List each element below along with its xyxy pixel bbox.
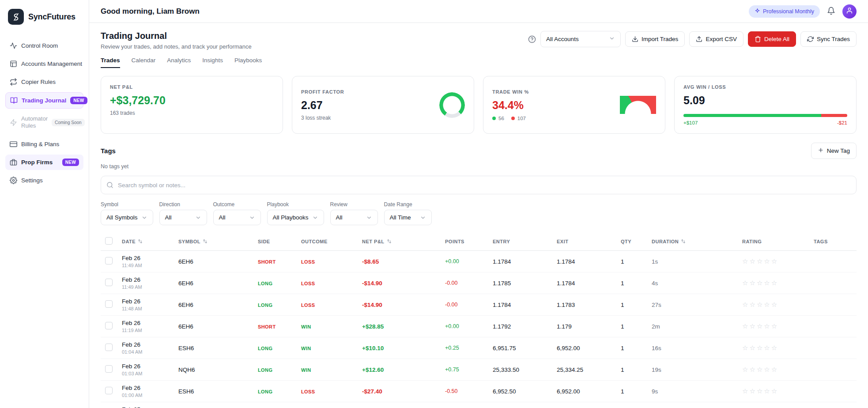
tags-section: Tags New Tag bbox=[101, 143, 857, 159]
plus-icon bbox=[818, 147, 824, 155]
table-row[interactable]: Feb 25 08:17 PM ESH6 LONG LOSS -$27.40 -… bbox=[101, 402, 857, 408]
export-csv-button[interactable]: Export CSV bbox=[689, 31, 743, 47]
sidebar-item-settings[interactable]: Settings bbox=[5, 173, 83, 188]
trade-outcome: LOSS bbox=[301, 259, 315, 264]
filter-playbook: Playbook All Playbooks bbox=[267, 201, 324, 225]
column-header-duration[interactable]: DURATION bbox=[647, 232, 738, 251]
sidebar-item-control-room[interactable]: Control Room bbox=[5, 38, 83, 53]
sidebar-item-trading-journal[interactable]: Trading Journal NEW bbox=[5, 92, 83, 109]
trade-side: LONG bbox=[258, 389, 272, 394]
column-header-qty: QTY bbox=[616, 232, 647, 251]
sparkles-icon bbox=[755, 8, 760, 15]
rating-stars[interactable]: ☆☆☆☆☆ bbox=[738, 316, 809, 337]
row-checkbox[interactable] bbox=[105, 300, 113, 308]
plus-icon bbox=[818, 147, 824, 153]
row-checkbox[interactable] bbox=[105, 279, 113, 286]
avg-loss-label: -$21 bbox=[837, 120, 847, 125]
trade-symbol: NQH6 bbox=[174, 359, 253, 381]
tab-calendar[interactable]: Calendar bbox=[132, 57, 156, 68]
filter-direction-select[interactable]: All bbox=[159, 210, 207, 225]
sidebar-item-billing-plans[interactable]: Billing & Plans bbox=[5, 136, 83, 152]
brand[interactable]: SyncFutures bbox=[8, 9, 81, 25]
trade-entry: 1.1784 bbox=[488, 294, 552, 316]
trade-date: Feb 26 bbox=[122, 363, 170, 370]
column-header-symbol[interactable]: SYMBOL bbox=[174, 232, 253, 251]
filter-playbook-select[interactable]: All Playbooks bbox=[267, 210, 324, 225]
row-checkbox[interactable] bbox=[105, 257, 113, 264]
filter-review-select[interactable]: All bbox=[330, 210, 378, 225]
table-row[interactable]: Feb 26 01:03 AM NQH6 LONG WIN +$12.60 +0… bbox=[101, 359, 857, 381]
filter-date-range-select[interactable]: All Time bbox=[384, 210, 432, 225]
search-icon bbox=[106, 181, 113, 189]
trade-side: SHORT bbox=[258, 259, 276, 264]
column-header-net-p-l[interactable]: NET P&L bbox=[358, 232, 441, 251]
tags-title: Tags bbox=[101, 147, 116, 155]
select-all-checkbox[interactable] bbox=[105, 237, 113, 245]
trade-net-pnl: -$27.40 bbox=[358, 381, 441, 402]
stat-label: TRADE WIN % bbox=[492, 89, 615, 94]
activity-icon bbox=[10, 42, 17, 49]
rating-stars[interactable]: ☆☆☆☆☆ bbox=[738, 251, 809, 272]
sidebar-item-accounts-management[interactable]: Accounts Management bbox=[5, 56, 83, 72]
trade-outcome: LOSS bbox=[301, 281, 315, 286]
row-checkbox[interactable] bbox=[105, 365, 113, 373]
tab-analytics[interactable]: Analytics bbox=[167, 57, 191, 68]
avatar[interactable] bbox=[842, 4, 857, 19]
table-row[interactable]: Feb 26 11:49 AM 6EH6 SHORT LOSS -$8.65 +… bbox=[101, 251, 857, 272]
tab-playbooks[interactable]: Playbooks bbox=[234, 57, 262, 68]
chevron-down-icon bbox=[195, 215, 201, 221]
stat-card-profit-factor: PROFIT FACTOR 2.67 3 loss streak bbox=[292, 76, 474, 134]
journal-icon bbox=[10, 97, 18, 104]
filter-label: Direction bbox=[159, 201, 207, 208]
filter-symbol: Symbol All Symbols bbox=[101, 201, 153, 225]
new-tag-button[interactable]: New Tag bbox=[811, 143, 857, 159]
plan-badge[interactable]: Professional Monthly bbox=[749, 5, 820, 18]
sidebar-badge-soon: Coming Soon bbox=[52, 119, 85, 126]
trade-date: Feb 26 bbox=[122, 320, 170, 326]
stats-cards: NET P&L +$3,729.70 163 trades PROFIT FAC… bbox=[101, 76, 857, 134]
row-checkbox[interactable] bbox=[105, 322, 113, 329]
sort-icon bbox=[202, 238, 208, 244]
tab-trades[interactable]: Trades bbox=[101, 57, 120, 68]
help-icon[interactable] bbox=[528, 35, 536, 43]
column-header-exit: EXIT bbox=[552, 232, 616, 251]
row-checkbox[interactable] bbox=[105, 344, 113, 351]
table-row[interactable]: Feb 26 11:19 AM 6EH6 SHORT WIN +$28.85 +… bbox=[101, 316, 857, 337]
notifications-button[interactable] bbox=[827, 7, 835, 16]
accounts-icon bbox=[10, 60, 17, 68]
rating-stars[interactable]: ☆☆☆☆☆ bbox=[738, 359, 809, 381]
rating-stars[interactable]: ☆☆☆☆☆ bbox=[738, 381, 809, 402]
filter-outcome-select[interactable]: All bbox=[213, 210, 261, 225]
filter-symbol-select[interactable]: All Symbols bbox=[101, 210, 153, 225]
trade-symbol: 6EH6 bbox=[174, 294, 253, 316]
sidebar-item-prop-firms[interactable]: Prop Firms NEW bbox=[5, 155, 83, 170]
sync-trades-button[interactable]: Sync Trades bbox=[800, 31, 857, 47]
table-row[interactable]: Feb 26 01:04 AM ESH6 LONG WIN +$10.10 +0… bbox=[101, 337, 857, 359]
greeting-text: Good morning, Liam Brown bbox=[101, 7, 200, 16]
trade-tags bbox=[809, 316, 857, 337]
trade-entry: 1.1792 bbox=[488, 316, 552, 337]
column-header-date[interactable]: DATE bbox=[117, 232, 174, 251]
stat-label: PROFIT FACTOR bbox=[301, 89, 434, 94]
sidebar-item-copier-rules[interactable]: Copier Rules bbox=[5, 74, 83, 90]
table-row[interactable]: Feb 26 01:00 AM ESH6 LONG LOSS -$27.40 -… bbox=[101, 381, 857, 402]
rating-stars[interactable]: ☆☆☆☆☆ bbox=[738, 402, 809, 408]
trade-tags bbox=[809, 359, 857, 381]
table-row[interactable]: Feb 26 11:49 AM 6EH6 LONG LOSS -$14.90 -… bbox=[101, 272, 857, 294]
search-input[interactable] bbox=[101, 176, 857, 194]
rating-stars[interactable]: ☆☆☆☆☆ bbox=[738, 294, 809, 316]
rating-stars[interactable]: ☆☆☆☆☆ bbox=[738, 337, 809, 359]
tab-insights[interactable]: Insights bbox=[202, 57, 223, 68]
import-trades-button[interactable]: Import Trades bbox=[625, 31, 685, 47]
trade-time: 11:19 AM bbox=[122, 328, 170, 333]
delete-all-button[interactable]: Delete All bbox=[748, 31, 796, 47]
trade-entry: 25,333.50 bbox=[488, 359, 552, 381]
trade-date: Feb 26 bbox=[122, 298, 170, 305]
upload-icon bbox=[696, 36, 702, 42]
win-dot bbox=[492, 117, 496, 120]
row-checkbox[interactable] bbox=[105, 387, 113, 394]
rating-stars[interactable]: ☆☆☆☆☆ bbox=[738, 272, 809, 294]
account-select[interactable]: All Accounts bbox=[540, 31, 621, 47]
sidebar-item-automator-rules[interactable]: Automator Rules Coming Soon bbox=[5, 111, 83, 134]
table-row[interactable]: Feb 26 11:48 AM 6EH6 LONG LOSS -$14.90 -… bbox=[101, 294, 857, 316]
